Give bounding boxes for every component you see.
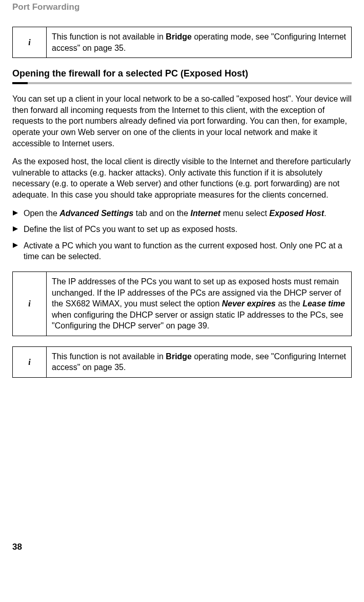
info-text: This function is not available in Bridge… xyxy=(47,346,352,377)
info-box-1: i This function is not available in Brid… xyxy=(12,27,352,58)
rule-dark xyxy=(12,82,28,84)
text-bold-italic: Internet xyxy=(191,209,221,218)
step-item: Define the list of PCs you want to set u… xyxy=(12,224,352,235)
text-bold: Bridge xyxy=(166,352,192,361)
running-head: Port Forwarding xyxy=(12,2,352,12)
step-item: Open the Advanced Settings tab and on th… xyxy=(12,208,352,219)
text-bold: Bridge xyxy=(166,32,192,41)
info-icon: i xyxy=(13,271,47,336)
svg-marker-1 xyxy=(13,226,18,231)
info-icon: i xyxy=(13,346,47,377)
paragraph: As the exposed host, the local client is… xyxy=(12,156,352,200)
text-segment: tab and on the xyxy=(133,209,190,218)
text-bold-italic: Lease time xyxy=(302,299,345,308)
text-segment: menu select xyxy=(220,209,269,218)
step-item: Activate a PC which you want to function… xyxy=(12,240,352,262)
text-bold-italic: Advanced Settings xyxy=(59,209,133,218)
svg-marker-2 xyxy=(13,243,18,248)
text-segment: This function is not available in xyxy=(52,32,166,41)
svg-marker-0 xyxy=(13,210,18,216)
step-marker-icon xyxy=(12,240,24,262)
step-text: Define the list of PCs you want to set u… xyxy=(24,224,352,235)
heading-rule xyxy=(12,82,352,84)
paragraph: You can set up a client in your local ne… xyxy=(12,93,352,149)
info-box-2: i The IP addresses of the PCs you want t… xyxy=(12,271,352,336)
info-text: This function is not available in Bridge… xyxy=(47,27,352,58)
info-box-3: i This function is not available in Brid… xyxy=(12,346,352,378)
page-content: Port Forwarding i This function is not a… xyxy=(0,2,364,552)
text-segment: when configuring the DHCP server or assi… xyxy=(52,310,343,331)
text-bold-italic: Never expires xyxy=(222,299,276,308)
step-marker-icon xyxy=(12,224,24,235)
text-segment: as the xyxy=(276,299,302,308)
text-segment: This function is not available in xyxy=(52,352,166,361)
text-segment: . xyxy=(324,209,326,218)
section-heading: Opening the firewall for a selected PC (… xyxy=(12,68,352,79)
info-text: The IP addresses of the PCs you want to … xyxy=(47,271,352,336)
page-number: 38 xyxy=(12,542,352,552)
text-segment: Open the xyxy=(24,209,59,218)
step-text: Open the Advanced Settings tab and on th… xyxy=(24,208,352,219)
step-marker-icon xyxy=(12,208,24,219)
text-bold-italic: Exposed Host xyxy=(269,209,324,218)
rule-light xyxy=(28,82,352,84)
step-text: Activate a PC which you want to function… xyxy=(24,240,352,262)
info-icon: i xyxy=(13,27,47,58)
